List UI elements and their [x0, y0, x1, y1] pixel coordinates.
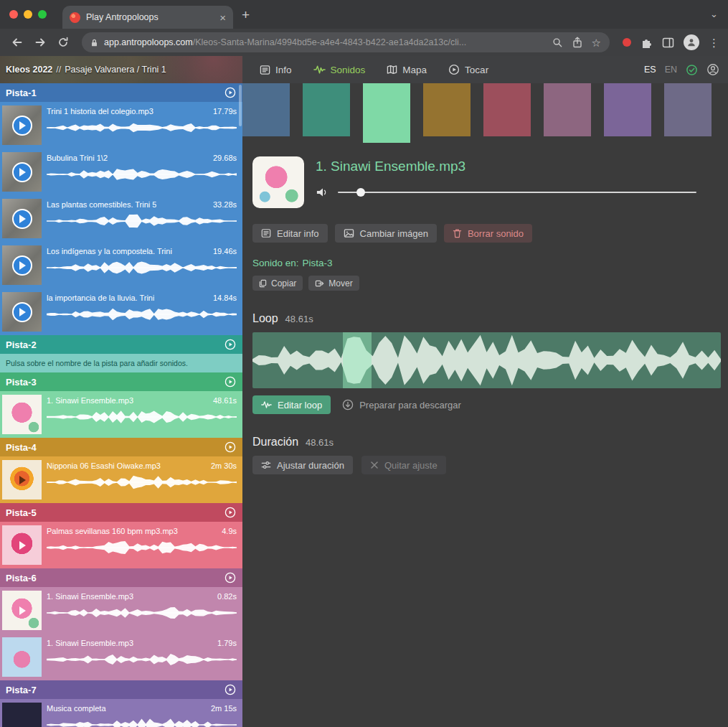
thumb-play-icon [12, 162, 32, 182]
sound-waveform[interactable] [47, 166, 237, 183]
lang-en-button[interactable]: EN [665, 65, 677, 75]
track-color-swatch[interactable] [483, 83, 531, 136]
zoom-icon[interactable] [552, 37, 563, 48]
edit-info-button[interactable]: Editar info [252, 224, 328, 243]
sound-item[interactable]: Bubulina Trini 1\229.68s [0, 149, 242, 195]
sound-item-selected[interactable]: 1. Sinawi Ensemble.mp348.61s [0, 391, 242, 438]
share-icon[interactable] [572, 37, 582, 48]
sound-waveform[interactable] [47, 306, 237, 323]
tab-close-icon[interactable]: × [219, 12, 226, 23]
browser-tab[interactable]: Play Antropoloops × [62, 6, 233, 29]
track-color-swatch[interactable] [604, 83, 651, 136]
loop-waveform[interactable] [252, 332, 721, 388]
pista-header[interactable]: Pista-6 [0, 568, 242, 587]
track-color-swatch[interactable] [664, 83, 712, 136]
sound-item[interactable]: Musica completa2m 15s [0, 699, 242, 727]
pista-play-icon[interactable] [224, 339, 236, 350]
sound-waveform[interactable] [47, 539, 237, 556]
sound-item[interactable]: 1. Sinawi Ensemble.mp30.82s [0, 587, 242, 634]
sound-waveform[interactable] [47, 716, 237, 727]
track-color-swatch[interactable] [544, 83, 591, 136]
volume-slider-thumb[interactable] [356, 188, 365, 197]
loop-selection-region[interactable] [343, 332, 372, 388]
sound-item[interactable]: Los indígenas y la compostela. Trini19.4… [0, 242, 242, 289]
sound-waveform[interactable] [47, 408, 237, 426]
sound-waveform[interactable] [47, 604, 237, 622]
sound-duration: 2m 30s [211, 461, 237, 470]
sound-item[interactable]: Nipponia 06 Esashi Oiwake.mp32m 30s [0, 456, 242, 503]
breadcrumb-project[interactable]: Kleos 2022 [6, 65, 52, 75]
url-domain: app.antropoloops.com [104, 37, 193, 47]
bookmark-star-icon[interactable]: ☆ [592, 37, 601, 48]
pista-header[interactable]: Pista-3 [0, 372, 242, 391]
reload-button[interactable] [53, 32, 73, 52]
pista-play-icon[interactable] [224, 572, 236, 583]
pista-play-icon[interactable] [224, 684, 236, 695]
clear-adjust-button[interactable]: Quitar ajuste [361, 456, 446, 474]
pista-header[interactable]: Pista-4 [0, 438, 242, 456]
address-bar[interactable]: app.antropoloops.com/Kleos-Santa-Marina/… [82, 32, 610, 52]
sound-waveform[interactable] [47, 651, 237, 668]
recording-indicator-icon[interactable] [623, 38, 631, 47]
sound-location-track-link[interactable]: Pista-3 [303, 258, 333, 268]
nav-mapa[interactable]: Mapa [387, 65, 427, 75]
sound-item[interactable]: Las plantas comestibles. Trini 533.28s [0, 195, 242, 242]
lang-es-button[interactable]: ES [644, 65, 656, 75]
sound-waveform[interactable] [47, 119, 237, 136]
track-color-swatch[interactable] [303, 83, 350, 136]
tab-search-chevron-icon[interactable]: ⌄ [710, 9, 718, 19]
sliders-icon [261, 460, 271, 470]
sound-waveform[interactable] [47, 474, 237, 491]
move-button[interactable]: Mover [308, 276, 359, 291]
delete-sound-button[interactable]: Borrar sonido [444, 224, 532, 243]
sound-waveform[interactable] [47, 212, 237, 230]
sound-item[interactable]: Palmas sevillanas 160 bpm mp3.mp34.9s [0, 522, 242, 568]
pista-play-icon[interactable] [224, 376, 236, 388]
browser-menu-icon[interactable]: ⋮ [709, 37, 719, 48]
pista-play-icon[interactable] [224, 507, 236, 518]
pista-header[interactable]: Pista-1 [0, 83, 242, 102]
adjust-duration-button[interactable]: Ajustar duración [252, 456, 353, 474]
sound-thumbnail [2, 525, 42, 565]
pista-play-icon[interactable] [224, 87, 236, 98]
sound-thumbnail [2, 395, 42, 434]
profile-avatar[interactable] [684, 34, 699, 50]
nav-sonidos[interactable]: Sonidos [313, 65, 366, 75]
sound-thumbnail [2, 703, 42, 727]
forward-button[interactable] [30, 32, 50, 52]
speaker-icon[interactable] [316, 187, 329, 198]
pista-header[interactable]: Pista-2 [0, 335, 242, 354]
back-button[interactable] [7, 32, 27, 52]
extensions-puzzle-icon[interactable] [640, 37, 653, 49]
pista-name: Pista-4 [6, 442, 37, 453]
track-color-swatch[interactable] [423, 83, 471, 136]
pista-play-icon[interactable] [224, 441, 236, 453]
sidebar-scrollbar[interactable] [239, 85, 242, 126]
prepare-download-button[interactable]: Preparar para descargar [342, 399, 461, 411]
sound-item[interactable]: la importancia de la lluvia. Trini14.84s [0, 289, 242, 335]
pista-header[interactable]: Pista-5 [0, 503, 242, 522]
selected-sound-image[interactable] [252, 156, 304, 208]
new-tab-button[interactable]: + [242, 8, 250, 22]
track-color-swatch[interactable] [242, 83, 290, 136]
side-panel-icon[interactable] [662, 37, 674, 48]
breadcrumb-path[interactable]: Pasaje Valvanera / Trini 1 [65, 65, 166, 75]
close-window-button[interactable] [9, 10, 18, 19]
sound-title: 1. Sinawi Ensemble.mp3 [47, 396, 133, 405]
sound-item[interactable]: 1. Sinawi Ensemble.mp31.79s [0, 634, 242, 680]
nav-tocar[interactable]: Tocar [448, 64, 488, 75]
copy-button[interactable]: Copiar [252, 276, 303, 291]
breadcrumb[interactable]: Kleos 2022//Pasaje Valvanera / Trini 1 [0, 56, 242, 83]
pista-header[interactable]: Pista-7 [0, 680, 242, 699]
account-person-icon[interactable] [706, 63, 719, 76]
nav-info[interactable]: Info [260, 65, 292, 75]
track-color-swatch[interactable] [363, 83, 410, 143]
window-controls[interactable] [0, 10, 57, 19]
sound-waveform[interactable] [47, 259, 237, 276]
volume-slider[interactable] [338, 192, 696, 193]
change-image-button[interactable]: Cambiar imágen [335, 224, 437, 243]
zoom-window-button[interactable] [38, 10, 47, 19]
edit-loop-button[interactable]: Editar loop [252, 395, 331, 414]
sound-item[interactable]: Trini 1 historia del colegio.mp317.79s [0, 102, 242, 149]
minimize-window-button[interactable] [24, 10, 32, 19]
